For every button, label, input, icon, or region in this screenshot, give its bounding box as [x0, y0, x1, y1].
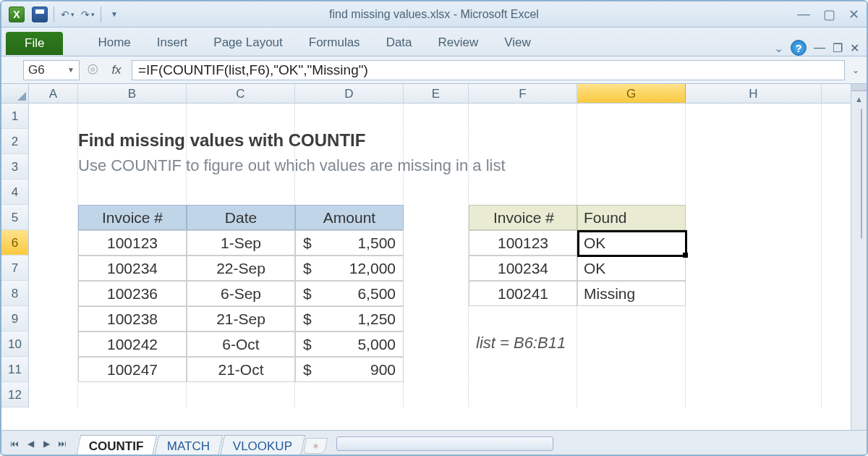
- table-cell[interactable]: 100242: [78, 332, 187, 357]
- tab-page-layout[interactable]: Page Layout: [200, 31, 295, 56]
- sheet-nav-last-icon[interactable]: ⏭: [55, 435, 69, 452]
- file-tab[interactable]: File: [6, 32, 63, 55]
- help-icon[interactable]: ?: [791, 40, 807, 56]
- table-cell[interactable]: $5,000: [295, 332, 404, 357]
- row-header[interactable]: 4: [1, 180, 29, 205]
- row-header[interactable]: 8: [1, 281, 29, 306]
- save-icon[interactable]: [32, 7, 48, 22]
- excel-icon: X: [9, 7, 25, 22]
- col-header-H[interactable]: H: [686, 84, 822, 103]
- row-header[interactable]: 3: [1, 154, 29, 180]
- table-cell[interactable]: $900: [295, 357, 404, 382]
- new-sheet-button[interactable]: ✶: [303, 438, 328, 454]
- row-header[interactable]: 9: [1, 306, 29, 332]
- close-button[interactable]: ✕: [848, 7, 859, 22]
- table-cell[interactable]: OK: [577, 230, 686, 256]
- table-cell[interactable]: 21-Oct: [187, 357, 295, 382]
- table-cell[interactable]: $1,250: [295, 306, 404, 332]
- minimize-button[interactable]: ―: [797, 7, 810, 22]
- table-cell[interactable]: 22-Sep: [187, 256, 295, 281]
- col-header-B[interactable]: B: [78, 84, 187, 103]
- vertical-scrollbar[interactable]: ▲: [851, 84, 867, 430]
- table-cell[interactable]: 100123: [469, 230, 577, 256]
- redo-button[interactable]: ↷▾: [77, 6, 98, 23]
- col-header-E[interactable]: E: [404, 84, 469, 103]
- formula-bar-expand-icon[interactable]: ⌄: [849, 65, 862, 75]
- column-headers: A B C D E F G H: [1, 84, 851, 104]
- page-title: Find missing values with COUNTIF: [78, 130, 365, 151]
- worksheet-grid[interactable]: A B C D E F G H 1 2 Find missing values …: [1, 84, 851, 430]
- sheet-nav-prev-icon[interactable]: ◀: [23, 435, 38, 452]
- sheet-nav-first-icon[interactable]: ⏮: [7, 435, 22, 452]
- row-header[interactable]: 5: [1, 205, 29, 230]
- named-range-note: list = B6:B11: [476, 334, 566, 352]
- table-cell[interactable]: 21-Sep: [187, 306, 295, 332]
- table1-header: Date: [187, 205, 295, 230]
- qat-customize[interactable]: ▼: [104, 6, 124, 23]
- col-header-C[interactable]: C: [187, 84, 295, 103]
- row-header[interactable]: 6: [1, 230, 29, 256]
- row-header[interactable]: 10: [1, 332, 29, 357]
- tab-insert[interactable]: Insert: [144, 31, 201, 56]
- name-box-dropdown-icon[interactable]: ▼: [67, 66, 75, 74]
- col-header-A[interactable]: A: [29, 84, 78, 103]
- col-header-D[interactable]: D: [295, 84, 404, 103]
- col-header-G[interactable]: G: [577, 84, 686, 103]
- formula-input[interactable]: =IF(COUNTIF(list,F6),"OK","Missing"): [132, 60, 845, 80]
- table-cell[interactable]: $6,500: [295, 281, 404, 306]
- page-subtitle: Use COUNTIF to figure out which values a…: [78, 156, 506, 175]
- row-header[interactable]: 12: [1, 382, 29, 408]
- table-cell[interactable]: 100234: [78, 256, 187, 281]
- row-header[interactable]: 11: [1, 357, 29, 382]
- sheet-tab-vlookup[interactable]: VLOOKUP: [220, 435, 306, 457]
- workbook-minimize-icon[interactable]: ―: [814, 41, 825, 54]
- table2-header: Invoice #: [469, 205, 577, 230]
- table-cell[interactable]: $12,000: [295, 256, 404, 281]
- fx-button[interactable]: fx: [106, 60, 127, 80]
- split-handle[interactable]: [851, 84, 867, 91]
- workbook-close-icon[interactable]: ✕: [850, 41, 859, 55]
- tab-home[interactable]: Home: [85, 31, 143, 56]
- table-cell[interactable]: OK: [577, 256, 686, 281]
- table-cell[interactable]: 1-Sep: [187, 230, 295, 256]
- table-cell[interactable]: 6-Oct: [187, 332, 295, 357]
- table1-header: Invoice #: [78, 205, 187, 230]
- table-cell[interactable]: 100238: [78, 306, 187, 332]
- sheet-tab-countif[interactable]: COUNTIF: [76, 435, 157, 457]
- name-box[interactable]: G6 ▼: [23, 60, 80, 80]
- table-cell[interactable]: 100247: [78, 357, 187, 382]
- ribbon-minimize-icon[interactable]: ⌄: [774, 41, 783, 55]
- tab-data[interactable]: Data: [373, 31, 425, 56]
- qat-separator: [54, 7, 54, 22]
- tab-formulas[interactable]: Formulas: [296, 31, 373, 56]
- table-cell[interactable]: 6-Sep: [187, 281, 295, 306]
- sheet-nav-next-icon[interactable]: ▶: [39, 435, 54, 452]
- scroll-thumb[interactable]: [861, 109, 862, 239]
- qat-separator-2: [101, 7, 101, 22]
- row-header[interactable]: 2: [1, 129, 29, 154]
- table-cell[interactable]: 100241: [469, 281, 577, 306]
- table-cell[interactable]: 100123: [78, 230, 187, 256]
- table-cell[interactable]: 100236: [78, 281, 187, 306]
- undo-button[interactable]: ↶▾: [57, 6, 77, 23]
- title-bar: X ↶▾ ↷▾ ▼ find missing values.xlsx - Mic…: [1, 1, 867, 28]
- select-all-corner[interactable]: [1, 84, 29, 103]
- ribbon: File Home Insert Page Layout Formulas Da…: [1, 28, 867, 56]
- table-cell[interactable]: Missing: [577, 281, 686, 306]
- maximize-button[interactable]: ▢: [823, 7, 835, 22]
- horizontal-scrollbar[interactable]: [336, 436, 553, 451]
- workbook-restore-icon[interactable]: ❐: [833, 41, 843, 55]
- col-header-F[interactable]: F: [469, 84, 577, 103]
- table-cell[interactable]: $1,500: [295, 230, 404, 256]
- formula-bar: G6 ▼ ⦾ fx =IF(COUNTIF(list,F6),"OK","Mis…: [1, 56, 867, 84]
- table2-header: Found: [577, 205, 686, 230]
- tab-review[interactable]: Review: [425, 31, 492, 56]
- scroll-up-icon[interactable]: ▲: [851, 91, 867, 107]
- table-cell[interactable]: 100234: [469, 256, 577, 281]
- row-header[interactable]: 1: [1, 104, 29, 129]
- name-box-value: G6: [28, 63, 45, 77]
- cancel-icon[interactable]: ⦾: [84, 62, 101, 77]
- sheet-tab-match[interactable]: MATCH: [153, 435, 223, 457]
- row-header[interactable]: 7: [1, 256, 29, 281]
- tab-view[interactable]: View: [491, 31, 544, 56]
